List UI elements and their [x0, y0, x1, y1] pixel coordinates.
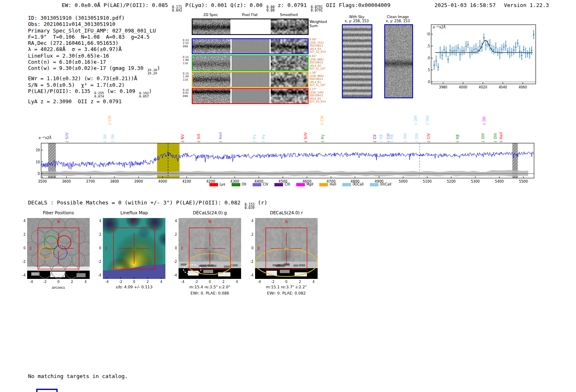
line-fit-plot: 3980400040204040406005101520	[427, 21, 540, 94]
cutout-y-tick: 0	[93, 246, 101, 250]
emission-line-label: { Hβ	[455, 134, 460, 143]
emission-line-label: { SiII	[197, 134, 201, 143]
text-run: EWr = 1.10(±0.32) (w: 0.73(±0.21))Å	[28, 75, 137, 81]
emission-line-label: { Hγ	[261, 135, 266, 143]
svg-text:4060: 4060	[518, 86, 527, 89]
svg-text:20: 20	[427, 32, 430, 36]
text-run: Obs: 20210611v014_3013051910	[28, 21, 115, 27]
header-summary-line: EW: 0.0±0.0Å P(LAE)/P(OII): 0.085 0.1710…	[62, 2, 390, 12]
cutout-x-tick: -2	[269, 280, 277, 284]
clean-image	[384, 24, 413, 98]
emission-line-label: { OIII	[415, 133, 419, 143]
svg-text:20: 20	[36, 148, 40, 152]
emission-line-label: { OII	[103, 134, 107, 143]
cutout-x-tick: -4	[255, 280, 263, 284]
info-line: S/N = 5.0(±0.5) χ² = 1.7(±0.2)	[28, 82, 160, 88]
legend-item: MgII	[296, 183, 314, 186]
col-title-2d-spec: 2D Spec	[192, 13, 230, 17]
svg-text:3980: 3980	[439, 86, 447, 89]
svg-text:0: 0	[38, 172, 40, 176]
detection-info-block: ID: 3013051910 (3013051910.pdf)Obs: 2021…	[28, 15, 160, 104]
2d-spec-image	[193, 72, 230, 87]
next-row-sliver	[36, 389, 58, 392]
legend-swatch	[232, 183, 240, 186]
info-line: F=1.9" T=0.106 N=1.08 A=0.83 g=24.5	[28, 34, 160, 40]
emission-line-label: { SiIV	[65, 132, 70, 143]
fiber-circle	[52, 265, 65, 278]
info-line: Cont(w) = 9.30(±0.02)e-17 (gmag 19.30 19…	[28, 65, 160, 75]
legend-label: CIV	[263, 183, 268, 186]
svg-text:4040: 4040	[499, 86, 507, 89]
cutout-x-tick: 4	[233, 280, 241, 284]
cutout-y-tick: -2	[245, 260, 253, 264]
spec2d-row-left-labels: 0.15 1.98 118	[183, 56, 189, 65]
compass-north-label: N	[133, 220, 136, 224]
emission-line-label: { OIII	[493, 133, 498, 143]
pixel-flat-image	[232, 56, 269, 70]
emission-line-label: { OIII	[403, 133, 408, 143]
2d-spec-image	[193, 89, 230, 103]
uncertainty-low: 0.057	[139, 95, 149, 98]
text-run: (r)	[255, 199, 267, 206]
cutout-x-tick: 0	[282, 280, 290, 284]
fiber-circle	[31, 253, 45, 267]
legend-label: HeII	[330, 183, 336, 186]
stacked-uncertainty: 19.3019.29	[147, 69, 157, 75]
cutout-y-tick: 2	[17, 233, 26, 237]
legend-swatch	[253, 183, 261, 186]
cutout-y-tick: -4	[245, 274, 253, 277]
cutout-y-tick: 4	[245, 219, 253, 223]
compass-east-label: E	[30, 246, 32, 251]
text-run: EW: 0.0±0.0Å P(LAE)/P(OII): 0.085	[62, 2, 171, 8]
with-sky-title: With Skyx, y: 258, 153	[338, 15, 375, 23]
emission-line-label: { NV	[181, 134, 185, 143]
cutout-y-tick: 4	[93, 219, 101, 223]
spectrum-legend: LyαOIICIVCIIIMgIIHeII(K)CaII(H)CaII	[62, 183, 539, 186]
header-datetime-version: 2025-01-03 16:58:57Version 1.22.3	[434, 2, 549, 8]
compass-east-label: E	[258, 246, 260, 251]
fiber-circle	[31, 230, 45, 244]
emission-line-label: { OIII	[413, 115, 418, 125]
cutout-y-tick: 0	[245, 246, 253, 250]
clean-image-title: Clean Imagex, y: 258, 153	[379, 15, 416, 23]
compass-east-label: E	[181, 246, 183, 251]
spec2d-row-right-labels: 1.27" (258, 144) 20210611 v014_01 027_LU…	[309, 88, 326, 104]
selected-fiber-circle	[39, 246, 53, 260]
stacked-uncertainty: 0.1920.057	[139, 92, 149, 98]
uncertainty-low: 19.29	[147, 72, 157, 75]
legend-swatch	[370, 183, 379, 186]
text-run: Cont(w) = 9.30(±0.02)e-17 (gmag 19.30	[28, 65, 146, 71]
spec2d-row-left-labels: 0.10 0.91 099	[183, 89, 189, 98]
cutout-x-tick: 4	[157, 280, 165, 284]
smoothed-image	[271, 19, 308, 34]
footer-line-1: No matching targets in catalog.	[28, 373, 128, 380]
text-run: F=1.9" T=0.106 N=1.08 A=0.83 g=24.5	[28, 34, 150, 40]
legend-label: (K)CaII	[353, 183, 364, 186]
legend-item: HeII	[319, 183, 336, 186]
text-run: )	[157, 65, 160, 71]
info-line: Primary Spec_Slot_IFU_AMP: 027_098_001_L…	[28, 28, 160, 34]
svg-text:4000: 4000	[459, 86, 467, 89]
uncertainty-low: 0.00	[267, 9, 274, 12]
fiber-circle	[72, 253, 86, 267]
cutout-y-tick: 0	[169, 246, 177, 250]
cutout-x-tick: -2	[116, 280, 125, 284]
compass-east-label: E	[105, 246, 108, 251]
text-run: P(LAE)/P(OII): 0.135	[28, 88, 93, 94]
emission-line-label: { SiIV	[304, 132, 308, 143]
cutout-x-tick: 2	[68, 280, 76, 284]
spec2d-row	[192, 19, 309, 35]
legend-swatch	[296, 183, 305, 186]
spec2d-row-right-labels: 1.30" (259, 985) 20210611 v014_01 027_LL…	[309, 72, 325, 87]
cutout-x-tick: 0	[54, 280, 63, 284]
text-run: S/N = 5.0(±0.5) χ² = 1.7(±0.2)	[28, 82, 125, 88]
legend-label: (H)CaII	[380, 183, 391, 186]
uncertainty-low: 0.039	[244, 206, 254, 210]
fiber-circle	[45, 253, 58, 267]
legend-item: (K)CaII	[342, 183, 364, 186]
line-fit-flux-units: e⁻¹⁷x2Å	[433, 26, 446, 29]
compass-north-label: N	[57, 220, 60, 224]
text-run: DECaLS : Possible Matches = 0 (within +/…	[28, 199, 244, 206]
legend-item: Lyα	[209, 183, 225, 186]
emission-line-label: { CIII	[320, 116, 325, 125]
